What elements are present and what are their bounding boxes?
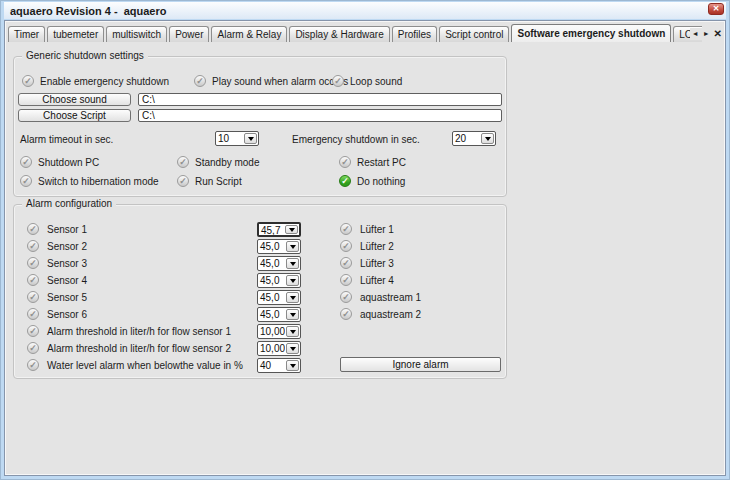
- water-level-alarm-checkbox[interactable]: ✓: [27, 359, 39, 371]
- tab-software-emergency-shutdown[interactable]: Software emergency shutdown: [511, 24, 671, 42]
- loop-sound-checkbox[interactable]: ✓: [332, 75, 344, 87]
- luefter-4-checkbox[interactable]: ✓: [340, 274, 352, 286]
- enable-emergency-shutdown-checkbox[interactable]: ✓: [22, 75, 34, 87]
- tab-script-control[interactable]: Script control: [439, 26, 509, 42]
- check-icon: ✓: [179, 176, 187, 186]
- check-icon: ✓: [342, 292, 350, 302]
- check-icon: ✓: [196, 76, 204, 86]
- tab-multiswitch[interactable]: multiswitch: [106, 26, 167, 42]
- alarm-timeout-dropdown[interactable]: 10: [215, 131, 259, 146]
- check-icon: ✓: [342, 224, 350, 234]
- chevron-down-icon[interactable]: [286, 258, 299, 269]
- tab-display-hardware[interactable]: Display & Hardware: [289, 26, 389, 42]
- tab-scroll-left-icon[interactable]: ◄: [692, 29, 699, 39]
- sensor-3-checkbox[interactable]: ✓: [27, 257, 39, 269]
- alarm-timeout-label: Alarm timeout in sec.: [20, 134, 113, 146]
- sensor-5-threshold-value: 45,0: [258, 291, 285, 304]
- flow-sensor-2-threshold-dropdown[interactable]: 10,00: [257, 341, 301, 356]
- script-path-input[interactable]: [138, 109, 502, 122]
- chevron-down-icon[interactable]: [286, 275, 299, 286]
- flow-sensor-2-checkbox[interactable]: ✓: [27, 342, 39, 354]
- chevron-down-icon[interactable]: [286, 309, 299, 320]
- restart-pc-label: Restart PC: [357, 157, 406, 169]
- sensor-2-threshold-value: 45,0: [258, 240, 285, 253]
- emergency-shutdown-sec-dropdown[interactable]: 20: [452, 131, 496, 146]
- sensor-6-label: Sensor 6: [47, 309, 87, 321]
- sensor-5-threshold-dropdown[interactable]: 45,0: [257, 290, 301, 305]
- titlebar: aquaero Revision 4 - aquaero: [4, 2, 726, 19]
- check-icon: ✓: [24, 76, 32, 86]
- sensor-1-checkbox[interactable]: ✓: [27, 223, 39, 235]
- tab-tubemeter[interactable]: tubemeter: [47, 26, 104, 42]
- run-script-option[interactable]: ✓: [177, 175, 189, 187]
- check-icon: ✓: [342, 241, 350, 251]
- check-icon: ✓: [179, 157, 187, 167]
- ignore-alarm-button[interactable]: Ignore alarm: [340, 357, 501, 372]
- chevron-down-icon[interactable]: [244, 133, 257, 144]
- flow-sensor-1-threshold-dropdown[interactable]: 10,00: [257, 324, 301, 339]
- window-close-button[interactable]: ✕: [708, 3, 724, 15]
- tab-close-icon[interactable]: ✕: [714, 29, 722, 39]
- check-icon: ✓: [29, 326, 37, 336]
- tab-power[interactable]: Power: [169, 26, 209, 42]
- flow-sensor-2-threshold-value: 10,00: [258, 342, 285, 355]
- tab-alarm-relay[interactable]: Alarm & Relay: [211, 26, 287, 42]
- chevron-down-icon[interactable]: [285, 225, 298, 234]
- client-area: Timer tubemeter multiswitch Power Alarm …: [4, 20, 726, 476]
- hibernation-mode-label: Switch to hibernation mode: [38, 176, 159, 188]
- play-sound-checkbox[interactable]: ✓: [194, 75, 206, 87]
- sensor-5-checkbox[interactable]: ✓: [27, 291, 39, 303]
- sensor-3-threshold-dropdown[interactable]: 45,0: [257, 256, 301, 271]
- loop-sound-label: Loop sound: [350, 76, 402, 88]
- choose-script-button[interactable]: Choose Script: [18, 109, 131, 122]
- choose-sound-button[interactable]: Choose sound: [18, 93, 131, 106]
- aquastream-1-checkbox[interactable]: ✓: [340, 291, 352, 303]
- sensor-2-checkbox[interactable]: ✓: [27, 240, 39, 252]
- luefter-2-checkbox[interactable]: ✓: [340, 240, 352, 252]
- alarm-configuration-group: Alarm configuration ✓ Sensor 1 45,7 ✓ Se…: [13, 204, 507, 379]
- check-icon: ✓: [341, 176, 349, 186]
- chevron-down-icon[interactable]: [286, 241, 299, 252]
- sensor-4-checkbox[interactable]: ✓: [27, 274, 39, 286]
- flow-sensor-1-checkbox[interactable]: ✓: [27, 325, 39, 337]
- flow-sensor-2-label: Alarm threshold in liter/h for flow sens…: [47, 343, 231, 355]
- check-icon: ✓: [342, 275, 350, 285]
- tab-timer[interactable]: Timer: [8, 26, 45, 42]
- sensor-3-label: Sensor 3: [47, 258, 87, 270]
- shutdown-pc-option[interactable]: ✓: [20, 156, 32, 168]
- chevron-down-icon[interactable]: [286, 343, 299, 354]
- restart-pc-option[interactable]: ✓: [339, 156, 351, 168]
- sensor-6-threshold-dropdown[interactable]: 45,0: [257, 307, 301, 322]
- standby-mode-option[interactable]: ✓: [177, 156, 189, 168]
- check-icon: ✓: [342, 309, 350, 319]
- luefter-3-checkbox[interactable]: ✓: [340, 257, 352, 269]
- chevron-down-icon[interactable]: [286, 292, 299, 303]
- flow-sensor-1-label: Alarm threshold in liter/h for flow sens…: [47, 326, 231, 338]
- play-sound-label: Play sound when alarm occurs: [212, 76, 348, 88]
- chevron-down-icon[interactable]: [286, 326, 299, 337]
- run-script-label: Run Script: [195, 176, 242, 188]
- sensor-6-threshold-value: 45,0: [258, 308, 285, 321]
- check-icon: ✓: [342, 258, 350, 268]
- check-icon: ✓: [29, 275, 37, 285]
- luefter-2-label: Lüfter 2: [360, 241, 394, 253]
- water-level-threshold-dropdown[interactable]: 40: [257, 358, 301, 373]
- chevron-down-icon[interactable]: [286, 360, 299, 371]
- check-icon: ✓: [29, 224, 37, 234]
- luefter-1-checkbox[interactable]: ✓: [340, 223, 352, 235]
- sensor-4-threshold-dropdown[interactable]: 45,0: [257, 273, 301, 288]
- sensor-1-threshold-dropdown[interactable]: 45,7: [257, 222, 301, 237]
- aquastream-2-checkbox[interactable]: ✓: [340, 308, 352, 320]
- sensor-2-threshold-dropdown[interactable]: 45,0: [257, 239, 301, 254]
- tab-profiles[interactable]: Profiles: [392, 26, 437, 42]
- check-icon: ✓: [334, 76, 342, 86]
- alarm-timeout-value: 10: [216, 132, 243, 145]
- sensor-6-checkbox[interactable]: ✓: [27, 308, 39, 320]
- tab-scroll-controls: ◄ ► ✕: [690, 28, 722, 40]
- check-icon: ✓: [29, 241, 37, 251]
- hibernation-mode-option[interactable]: ✓: [20, 175, 32, 187]
- sound-path-input[interactable]: [138, 93, 502, 106]
- tab-scroll-right-icon[interactable]: ►: [703, 29, 710, 39]
- do-nothing-option[interactable]: ✓: [339, 175, 351, 187]
- chevron-down-icon[interactable]: [481, 133, 494, 144]
